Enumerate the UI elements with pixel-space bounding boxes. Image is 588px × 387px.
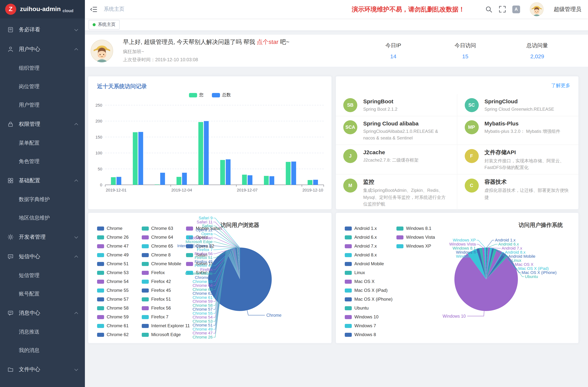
legend-item[interactable]: Chrome 64 xyxy=(142,233,182,242)
star-link[interactable]: 点个star xyxy=(257,39,278,45)
legend-item[interactable]: Windows 8.1 xyxy=(397,224,444,233)
legend-item[interactable]: Opera xyxy=(186,233,227,242)
sidebar-item-label: 文件中心 xyxy=(19,366,75,373)
legend-item[interactable]: Chrome 65 xyxy=(142,242,182,250)
legend-item[interactable]: Chrome 61 xyxy=(97,321,138,330)
brand[interactable]: Z zuihou-admin cloud xyxy=(0,0,85,19)
svg-text:2019-12-10: 2019-12-10 xyxy=(302,188,323,192)
sidebar-subitem[interactable]: 短信管理 xyxy=(0,266,85,285)
legend-item[interactable]: Windows XP xyxy=(397,242,444,250)
legend-item[interactable]: Firefox 7 xyxy=(142,312,182,321)
tab-home[interactable]: 系统主页 xyxy=(89,20,120,29)
sidebar-subitem[interactable]: 角色管理 xyxy=(0,152,85,171)
legend-item[interactable]: Ubuntu xyxy=(345,304,393,312)
sidebar-item[interactable]: 消息中心 xyxy=(0,303,85,323)
legend-item[interactable]: Chrome 47 xyxy=(97,242,138,250)
sidebar-item[interactable]: 基础配置 xyxy=(0,171,85,190)
legend-item[interactable]: Safari 9 xyxy=(186,268,227,277)
sidebar-item-label: 务必详看 xyxy=(19,26,75,33)
legend-item[interactable]: Chrome 51 xyxy=(97,259,138,268)
legend-item[interactable]: Firefox xyxy=(142,268,182,277)
brand-name: zuihou-admin xyxy=(20,5,61,13)
legend-item[interactable]: Microsoft Edge xyxy=(142,330,182,339)
legend-item[interactable]: Chrome 57 xyxy=(97,295,138,304)
legend-item[interactable]: Android 8.x xyxy=(345,250,393,259)
legend-item[interactable]: Chrome xyxy=(97,224,138,233)
legend-item[interactable]: 总数 xyxy=(212,92,231,98)
legend-item[interactable]: Chrome 55 xyxy=(97,286,138,295)
legend-item[interactable]: Chrome 58 xyxy=(97,304,138,312)
legend-item[interactable]: Chrome 63 xyxy=(142,224,182,233)
legend-item[interactable]: Firefox 51 xyxy=(142,295,182,304)
legend-item[interactable]: Firefox 56 xyxy=(142,304,182,312)
legend-item[interactable]: Chrome 54 xyxy=(97,277,138,286)
username[interactable]: 超级管理员 xyxy=(554,6,581,13)
sidebar-subitem[interactable]: 菜单配置 xyxy=(0,134,85,152)
breadcrumb[interactable]: 系统主页 xyxy=(104,6,124,13)
sidebar-item[interactable]: 短信中心 xyxy=(0,247,85,266)
sms-icon xyxy=(7,253,14,260)
legend-item[interactable]: Chrome Mobile xyxy=(142,259,182,268)
legend-item[interactable]: Android 1.x xyxy=(345,224,393,233)
svg-text:0: 0 xyxy=(100,183,102,187)
sidebar-subitem[interactable]: 地区信息维护 xyxy=(0,209,85,227)
legend-item[interactable]: Safari 11 xyxy=(186,259,227,268)
book-icon xyxy=(7,27,14,33)
legend-item[interactable]: Windows Vista xyxy=(397,233,444,242)
tech-desc: Spring Boot 2.1.2 xyxy=(363,106,449,113)
sidebar-subitem[interactable]: 岗位管理 xyxy=(0,78,85,96)
sidebar-subitem[interactable]: 数据字典维护 xyxy=(0,190,85,209)
fullscreen-icon[interactable] xyxy=(499,6,506,13)
legend-item[interactable]: Firefox 42 xyxy=(142,277,182,286)
tech-title: SpringBoot xyxy=(363,98,449,104)
sidebar-item[interactable]: 权限管理 xyxy=(0,114,85,134)
legend-item[interactable]: Windows 8 xyxy=(345,330,393,339)
legend-item[interactable]: 您 xyxy=(189,92,204,98)
user-icon xyxy=(7,46,14,52)
legend-item[interactable]: Firefox 45 xyxy=(142,286,182,295)
legend-item[interactable]: Mobile Safari xyxy=(186,224,227,233)
legend-item[interactable]: Chrome 53 xyxy=(97,268,138,277)
sidebar-subitem[interactable]: 账号配置 xyxy=(0,285,85,303)
sidebar-subitem[interactable]: 消息推送 xyxy=(0,323,85,341)
legend-item[interactable]: Mac OS X xyxy=(345,277,393,286)
legend-item[interactable]: Opera 12 xyxy=(186,242,227,250)
legend-item[interactable]: Chrome 8 xyxy=(142,250,182,259)
sidebar-subitem[interactable]: 用户管理 xyxy=(0,96,85,114)
svg-text:250: 250 xyxy=(95,103,102,107)
sidebar-item[interactable]: 用户中心 xyxy=(0,40,85,59)
user-avatar[interactable] xyxy=(530,2,544,16)
legend-item[interactable]: Android 6.x xyxy=(345,233,393,242)
tech-card-item: SCASpring Cloud alibabaSpringCloudAlibab… xyxy=(336,116,457,144)
legend-item[interactable]: Internet Explorer 11 xyxy=(142,321,182,330)
sidebar-item[interactable]: 务必详看 xyxy=(0,20,85,40)
font-size-icon[interactable]: A xyxy=(512,5,520,13)
legend-item[interactable]: Chrome 26 xyxy=(97,233,138,242)
tech-card-item: SCSpringCloudSpring Cloud Greenwich.RELE… xyxy=(457,94,578,116)
sidebar-subitem[interactable]: 我的消息 xyxy=(0,341,85,360)
legend-item[interactable]: Android 7.x xyxy=(345,242,393,250)
legend-item[interactable]: Chrome 59 xyxy=(97,312,138,321)
search-icon[interactable] xyxy=(485,6,492,13)
menu-fold-icon[interactable] xyxy=(90,6,97,12)
legend-item[interactable]: Chrome 62 xyxy=(97,330,138,339)
legend-item[interactable]: Windows 7 xyxy=(345,321,393,330)
os-chart-legend: Android 1.xAndroid 6.xAndroid 7.xAndroid… xyxy=(345,224,444,340)
tech-badge-icon: SCA xyxy=(343,120,357,134)
legend-item[interactable]: Android Mobile xyxy=(345,259,393,268)
legend-item[interactable]: Mac OS X (iPad) xyxy=(345,286,393,295)
sidebar-subitem[interactable]: 组织管理 xyxy=(0,59,85,78)
learn-more-link[interactable]: 了解更多 xyxy=(551,82,570,89)
stat-label: 总访问量 xyxy=(501,42,573,49)
svg-text:Android Mobile: Android Mobile xyxy=(508,254,535,259)
tech-card-item: MPMybatis-PlusMybatis-plus 3.2.0： Mybati… xyxy=(457,116,578,144)
tech-title: SpringCloud xyxy=(484,98,570,104)
sidebar-item[interactable]: 文件中心 xyxy=(0,360,85,379)
legend-item[interactable]: Mac OS X (iPhone) xyxy=(345,295,393,304)
message-icon xyxy=(7,310,14,316)
legend-item[interactable]: Chrome 49 xyxy=(97,250,138,259)
legend-item[interactable]: Windows 10 xyxy=(345,312,393,321)
sidebar-item[interactable]: 开发者管理 xyxy=(0,227,85,247)
legend-item[interactable]: Safari xyxy=(186,250,227,259)
legend-item[interactable]: Linux xyxy=(345,268,393,277)
